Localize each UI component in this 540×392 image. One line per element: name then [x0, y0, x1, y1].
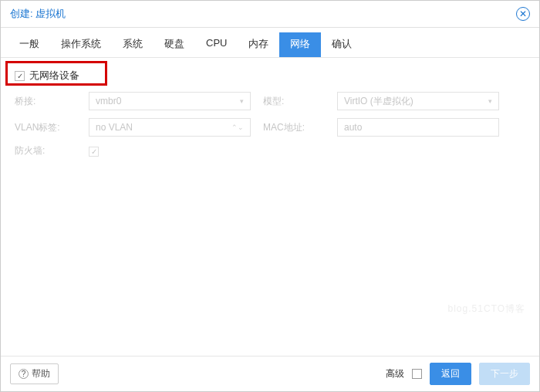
back-button[interactable]: 返回 — [430, 363, 471, 385]
tab-system[interactable]: 系统 — [112, 32, 154, 57]
mac-field[interactable]: auto — [337, 118, 499, 137]
bridge-label: 桥接: — [15, 95, 76, 108]
window-title: 创建: 虚拟机 — [10, 7, 66, 21]
firewall-label: 防火墙: — [15, 144, 76, 157]
bridge-value: vmbr0 — [96, 96, 121, 106]
mac-label: MAC地址: — [263, 121, 325, 134]
model-value: VirtIO (半虚拟化) — [344, 95, 413, 108]
footer: ? 帮助 高级 返回 下一步 — [1, 356, 539, 391]
no-network-checkbox[interactable]: ✓ — [15, 71, 25, 81]
mac-value: auto — [344, 122, 362, 133]
advanced-checkbox[interactable] — [412, 369, 422, 379]
create-vm-dialog: 创建: 虚拟机 ✕ 一般 操作系统 系统 硬盘 CPU 内存 网络 确认 ✓ 无… — [0, 0, 540, 392]
firewall-checkbox[interactable]: ✓ — [89, 147, 99, 157]
no-network-row: ✓ 无网络设备 — [15, 69, 525, 83]
help-icon: ? — [19, 369, 29, 379]
tab-memory[interactable]: 内存 — [238, 32, 279, 57]
network-form: 桥接: vmbr0 ▾ 模型: VirtIO (半虚拟化) ▾ VLAN标签: … — [15, 92, 525, 157]
model-select[interactable]: VirtIO (半虚拟化) ▾ — [337, 92, 499, 110]
tab-general[interactable]: 一般 — [8, 32, 50, 57]
tab-disk[interactable]: 硬盘 — [154, 32, 195, 57]
vlan-label: VLAN标签: — [15, 121, 76, 134]
model-label: 模型: — [263, 95, 325, 108]
chevron-down-icon: ▾ — [240, 97, 244, 105]
wizard-tabs: 一般 操作系统 系统 硬盘 CPU 内存 网络 确认 — [1, 28, 539, 58]
tab-os[interactable]: 操作系统 — [50, 32, 112, 57]
chevron-down-icon: ▾ — [488, 97, 492, 105]
footer-right: 高级 返回 下一步 — [386, 363, 530, 385]
help-label: 帮助 — [32, 367, 50, 380]
help-button[interactable]: ? 帮助 — [10, 363, 59, 384]
watermark: blog.51CTO博客 — [448, 302, 525, 316]
stepper-icon: ⌃⌄ — [231, 123, 244, 131]
tab-network[interactable]: 网络 — [279, 32, 321, 57]
close-icon[interactable]: ✕ — [516, 7, 530, 21]
advanced-label: 高级 — [386, 367, 404, 380]
vlan-value: no VLAN — [96, 122, 133, 133]
vlan-field[interactable]: no VLAN ⌃⌄ — [89, 118, 251, 137]
firewall-cell: ✓ — [89, 145, 251, 157]
tab-confirm[interactable]: 确认 — [321, 32, 363, 57]
next-button: 下一步 — [479, 363, 530, 385]
tab-cpu[interactable]: CPU — [195, 32, 238, 57]
no-network-label: 无网络设备 — [29, 69, 79, 83]
titlebar: 创建: 虚拟机 ✕ — [1, 1, 539, 28]
bridge-select[interactable]: vmbr0 ▾ — [89, 92, 251, 110]
content-pane: ✓ 无网络设备 桥接: vmbr0 ▾ 模型: VirtIO (半虚拟化) ▾ … — [1, 58, 539, 356]
